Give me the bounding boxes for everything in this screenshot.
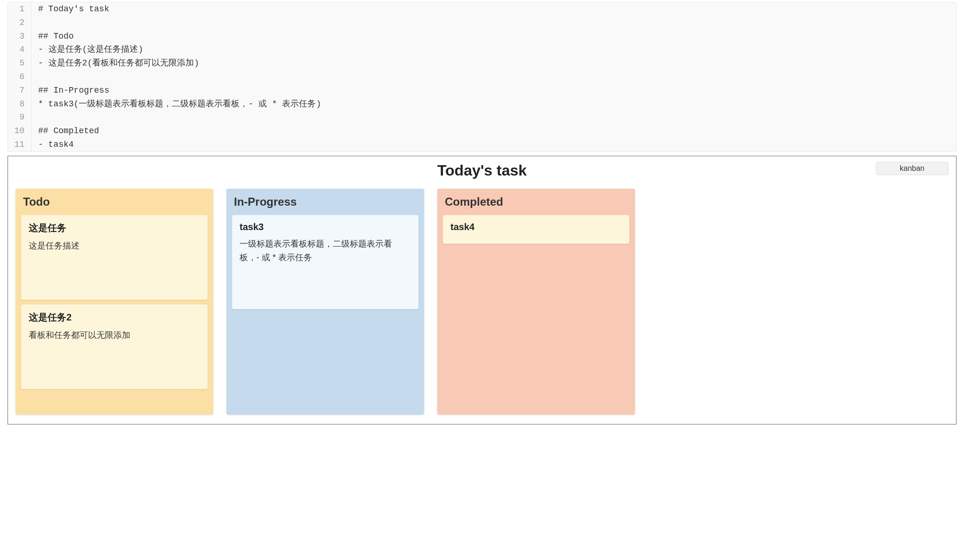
- line-content[interactable]: * task3(一级标题表示看板标题，二级标题表示看板，- 或 * 表示任务): [32, 97, 321, 111]
- code-editor[interactable]: 1# Today's task23## Todo4- 这是任务(这是任务描述)5…: [8, 2, 956, 152]
- line-content[interactable]: ## In-Progress: [32, 84, 109, 97]
- line-number: 4: [8, 43, 32, 56]
- kanban-title: Today's task: [16, 162, 948, 179]
- column-header: In-Progress: [232, 189, 418, 215]
- code-line[interactable]: 1# Today's task: [8, 2, 956, 16]
- line-number: 6: [8, 70, 32, 84]
- line-number: 9: [8, 111, 32, 124]
- code-line[interactable]: 7## In-Progress: [8, 84, 956, 97]
- kanban-card[interactable]: 这是任务这是任务描述: [21, 215, 208, 300]
- column-header: Completed: [443, 189, 629, 215]
- code-line[interactable]: 4- 这是任务(这是任务描述): [8, 43, 956, 56]
- code-line[interactable]: 3## Todo: [8, 30, 956, 43]
- code-line[interactable]: 9: [8, 111, 956, 124]
- kanban-header-row: Today's task kanban: [16, 162, 948, 179]
- code-line[interactable]: 5- 这是任务2(看板和任务都可以无限添加): [8, 56, 956, 70]
- line-number: 3: [8, 30, 32, 43]
- kanban-column-inprogress[interactable]: In-Progresstask3一级标题表示看板标题，二级标题表示看板，- 或 …: [226, 189, 424, 415]
- line-number: 5: [8, 56, 32, 70]
- kanban-columns: Todo这是任务这是任务描述这是任务2看板和任务都可以无限添加In-Progre…: [16, 189, 948, 415]
- card-desc: 看板和任务都可以无限添加: [29, 328, 200, 342]
- line-number: 10: [8, 124, 32, 138]
- kanban-board: Today's task kanban Todo这是任务这是任务描述这是任务2看…: [8, 156, 956, 424]
- line-content[interactable]: - 这是任务2(看板和任务都可以无限添加): [32, 56, 199, 70]
- kanban-card[interactable]: task4: [443, 215, 629, 244]
- kanban-toggle-button[interactable]: kanban: [876, 162, 949, 175]
- line-content[interactable]: - task4: [32, 138, 74, 152]
- line-number: 8: [8, 97, 32, 111]
- card-desc: 一级标题表示看板标题，二级标题表示看板，- 或 * 表示任务: [240, 237, 411, 264]
- card-title: task3: [240, 222, 411, 232]
- kanban-card[interactable]: 这是任务2看板和任务都可以无限添加: [21, 304, 208, 389]
- line-number: 2: [8, 16, 32, 30]
- line-number: 7: [8, 84, 32, 97]
- code-line[interactable]: 8* task3(一级标题表示看板标题，二级标题表示看板，- 或 * 表示任务): [8, 97, 956, 111]
- line-content[interactable]: - 这是任务(这是任务描述): [32, 43, 143, 56]
- card-title: 这是任务: [29, 222, 200, 234]
- line-number: 1: [8, 2, 32, 16]
- line-content[interactable]: ## Completed: [32, 124, 99, 138]
- kanban-column-completed[interactable]: Completedtask4: [437, 189, 635, 415]
- code-line[interactable]: 11- task4: [8, 138, 956, 152]
- line-number: 11: [8, 138, 32, 152]
- card-title: task4: [450, 222, 622, 232]
- kanban-card[interactable]: task3一级标题表示看板标题，二级标题表示看板，- 或 * 表示任务: [232, 215, 418, 309]
- line-content[interactable]: ## Todo: [32, 30, 74, 43]
- code-line[interactable]: 2: [8, 16, 956, 30]
- line-content[interactable]: # Today's task: [32, 2, 109, 16]
- card-title: 这是任务2: [29, 311, 200, 324]
- kanban-column-todo[interactable]: Todo这是任务这是任务描述这是任务2看板和任务都可以无限添加: [16, 189, 213, 415]
- card-desc: 这是任务描述: [29, 239, 200, 253]
- code-line[interactable]: 6: [8, 70, 956, 84]
- column-header: Todo: [21, 189, 208, 215]
- code-line[interactable]: 10## Completed: [8, 124, 956, 138]
